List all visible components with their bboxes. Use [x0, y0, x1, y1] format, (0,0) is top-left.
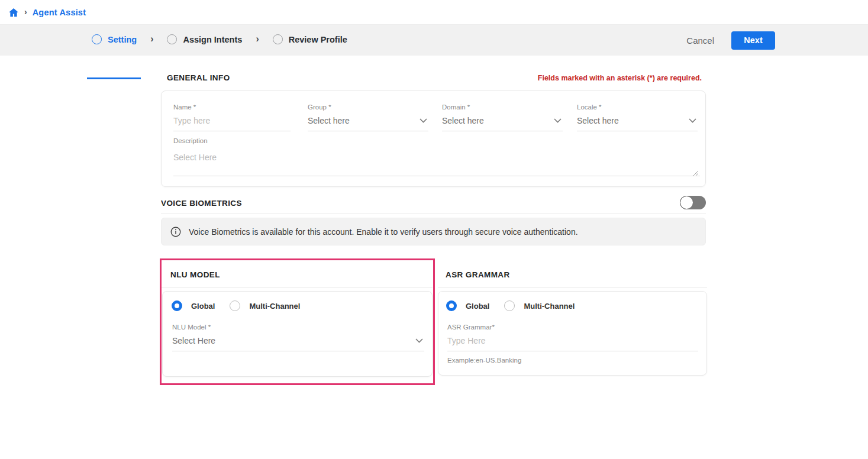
nlu-radio-global[interactable]: Global — [172, 300, 215, 311]
name-label: Name * — [173, 104, 291, 111]
breadcrumb: › Agent Assist — [0, 0, 868, 25]
breadcrumb-current-link[interactable]: Agent Assist — [33, 8, 86, 17]
asr-radio-multi-channel[interactable]: Multi-Channel — [504, 300, 575, 311]
radio-unselected-icon — [230, 300, 240, 311]
info-icon — [170, 227, 181, 237]
step-circle-icon — [167, 34, 177, 44]
radio-label: Multi-Channel — [249, 302, 300, 311]
voice-biometrics-info-banner: Voice Biometrics is available for this a… — [161, 218, 706, 245]
agent-assist-setup-page: › Agent Assist Setting › Assign Intents … — [0, 0, 868, 459]
step-separator: › — [150, 34, 153, 46]
domain-field: Domain * Select here — [442, 104, 563, 131]
domain-label: Domain * — [442, 104, 563, 111]
voice-biometrics-info-text: Voice Biometrics is available for this a… — [189, 227, 578, 237]
domain-select-value: Select here — [442, 116, 484, 125]
nlu-radio-multi-channel[interactable]: Multi-Channel — [230, 300, 300, 311]
group-field: Group * Select here — [308, 104, 428, 131]
step-setting[interactable]: Setting — [92, 34, 137, 44]
voice-biometrics-heading: VOICE BIOMETRICS — [161, 199, 242, 208]
step-separator: › — [256, 34, 259, 46]
active-step-underline — [87, 77, 141, 79]
nlu-model-label: NLU Model * — [172, 324, 424, 331]
general-info-heading: GENERAL INFO — [167, 73, 230, 82]
resize-handle-icon[interactable] — [693, 168, 699, 174]
breadcrumb-separator: › — [24, 8, 27, 17]
general-info-card: Name * Group * Select here Domain * Sele… — [161, 90, 706, 187]
radio-selected-icon — [446, 300, 457, 311]
asr-grammar-field: ASR Grammar* Example:en-US.Banking — [447, 324, 698, 364]
asr-radio-global[interactable]: Global — [446, 300, 489, 311]
nlu-model-select-value: Select Here — [172, 336, 215, 345]
domain-select[interactable]: Select here — [442, 115, 563, 131]
description-textarea[interactable] — [173, 149, 700, 176]
chevron-down-icon — [420, 118, 427, 123]
required-fields-note: Fields marked with an asterisk (*) are r… — [538, 74, 702, 82]
section-divider — [438, 287, 707, 288]
toggle-knob — [680, 196, 693, 209]
step-label: Setting — [108, 35, 137, 44]
nlu-scope-radio-group: Global Multi-Channel — [172, 300, 315, 311]
nlu-model-field: NLU Model * Select Here — [172, 324, 424, 351]
locale-select[interactable]: Select here — [577, 115, 698, 131]
name-field: Name * — [173, 104, 291, 131]
step-label: Review Profile — [289, 35, 347, 44]
asr-grammar-card: Global Multi-Channel ASR Grammar* Exampl… — [438, 291, 707, 376]
stepper: Setting › Assign Intents › Review Profil… — [92, 25, 347, 54]
group-select[interactable]: Select here — [308, 115, 428, 131]
section-divider — [161, 213, 706, 214]
step-assign-intents[interactable]: Assign Intents — [167, 34, 242, 44]
step-review-profile[interactable]: Review Profile — [273, 34, 347, 44]
step-circle-icon — [92, 34, 102, 44]
group-label: Group * — [308, 104, 428, 111]
description-field: Description — [173, 137, 700, 179]
description-label: Description — [173, 137, 700, 144]
step-circle-icon — [273, 34, 283, 44]
wizard-actions: Cancel Next — [686, 25, 868, 56]
locale-select-value: Select here — [577, 116, 619, 125]
home-icon[interactable] — [8, 7, 19, 18]
stepper-bar: Setting › Assign Intents › Review Profil… — [0, 25, 868, 56]
asr-grammar-label: ASR Grammar* — [447, 324, 698, 331]
radio-label: Global — [191, 302, 215, 311]
locale-label: Locale * — [577, 104, 698, 111]
radio-selected-icon — [172, 300, 182, 311]
group-select-value: Select here — [308, 116, 350, 125]
locale-field: Locale * Select here — [577, 104, 698, 131]
section-divider — [161, 287, 433, 288]
asr-scope-radio-group: Global Multi-Channel — [446, 300, 589, 311]
step-label: Assign Intents — [183, 35, 242, 44]
radio-label: Multi-Channel — [524, 302, 575, 311]
asr-grammar-helper: Example:en-US.Banking — [447, 357, 698, 364]
asr-grammar-heading: ASR GRAMMAR — [446, 270, 510, 279]
chevron-down-icon — [415, 338, 423, 343]
voice-biometrics-toggle[interactable] — [680, 196, 706, 209]
nlu-model-card: Global Multi-Channel NLU Model * Select … — [162, 291, 433, 377]
cancel-button[interactable]: Cancel — [686, 35, 714, 46]
chevron-down-icon — [689, 118, 696, 123]
asr-grammar-input[interactable] — [447, 335, 698, 351]
nlu-model-heading: NLU MODEL — [170, 270, 220, 279]
radio-unselected-icon — [504, 300, 515, 311]
name-input[interactable] — [173, 115, 291, 131]
radio-label: Global — [466, 302, 489, 311]
chevron-down-icon — [554, 118, 562, 123]
next-button[interactable]: Next — [731, 31, 775, 50]
nlu-model-select[interactable]: Select Here — [172, 335, 424, 351]
